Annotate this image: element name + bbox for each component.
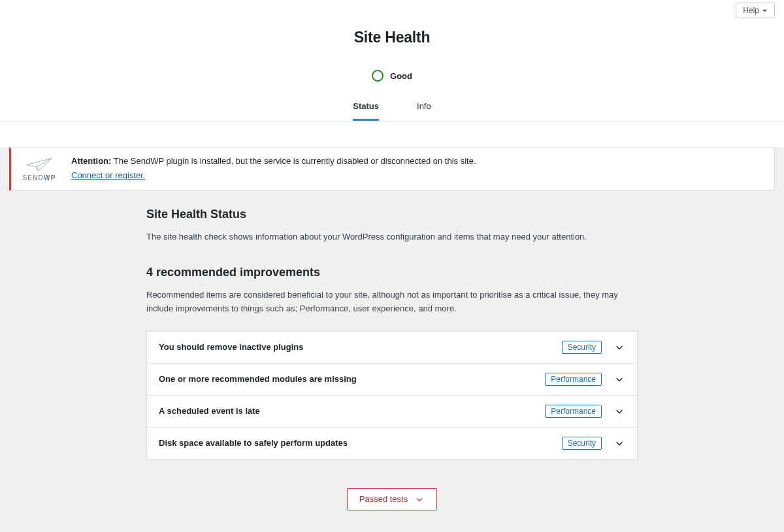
status-heading: Site Health Status (146, 208, 638, 221)
site-health-header: Site Health Good Status Info (0, 20, 784, 121)
tab-status[interactable]: Status (353, 101, 379, 121)
tab-info[interactable]: Info (417, 101, 431, 121)
improvement-row[interactable]: A scheduled event is late Performance (147, 396, 637, 428)
improvement-badge: Security (562, 341, 602, 354)
improvement-title: You should remove inactive plugins (159, 342, 304, 352)
chevron-down-icon (613, 405, 625, 417)
chevron-down-icon (613, 341, 625, 353)
caret-down-icon (762, 8, 768, 14)
paper-plane-icon (25, 156, 54, 173)
chevron-down-icon (414, 494, 425, 505)
improvement-badge: Performance (545, 405, 602, 418)
improvements-desc: Recommended items are considered benefic… (146, 289, 638, 315)
overall-status-label: Good (390, 71, 412, 81)
passed-tests-button[interactable]: Passed tests (347, 488, 437, 510)
status-desc: The site health check shows information … (146, 230, 638, 243)
improvement-title: One or more recommended modules are miss… (159, 374, 357, 384)
chevron-down-icon (613, 373, 625, 385)
chevron-down-icon (613, 437, 625, 449)
improvement-row[interactable]: One or more recommended modules are miss… (147, 364, 637, 396)
notice-strong: Attention: (71, 156, 111, 166)
tabs: Status Info (0, 101, 784, 121)
status-circle-icon (372, 70, 384, 82)
improvement-title: A scheduled event is late (159, 406, 260, 416)
passed-tests-label: Passed tests (359, 494, 408, 504)
help-button[interactable]: Help (736, 3, 775, 18)
improvement-title: Disk space available to safely perform u… (159, 438, 348, 448)
notice-body: Attention: The SendWP plugin is installe… (71, 155, 476, 182)
sendwp-notice: SENDWP Attention: The SendWP plugin is i… (9, 148, 775, 191)
sendwp-logo: SENDWP (20, 156, 58, 181)
body-area: SENDWP Attention: The SendWP plugin is i… (0, 148, 784, 532)
site-health-content: Site Health Status The site health check… (146, 208, 638, 510)
notice-text: The SendWP plugin is installed, but the … (114, 156, 476, 166)
help-label: Help (743, 6, 759, 15)
connect-or-register-link[interactable]: Connect or register. (71, 169, 145, 182)
improvements-list: You should remove inactive plugins Secur… (146, 331, 638, 460)
improvement-row[interactable]: Disk space available to safely perform u… (147, 428, 637, 459)
improvement-badge: Security (562, 437, 602, 450)
page-title: Site Health (0, 29, 784, 46)
improvement-row[interactable]: You should remove inactive plugins Secur… (147, 332, 637, 364)
improvements-heading: 4 recommended improvements (146, 266, 638, 279)
overall-status: Good (0, 70, 784, 82)
improvement-badge: Performance (545, 373, 602, 386)
